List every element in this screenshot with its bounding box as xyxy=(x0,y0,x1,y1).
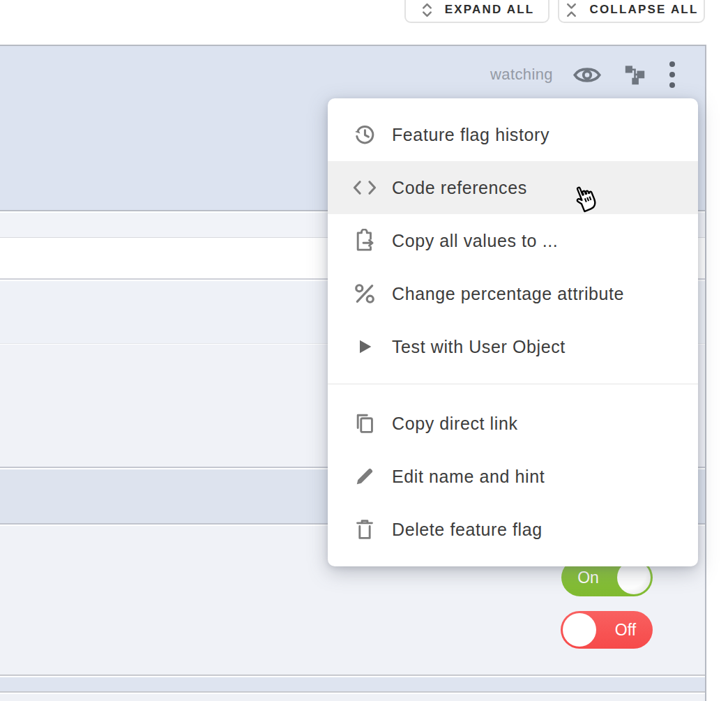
panel-footer-band xyxy=(0,677,705,693)
percent-icon xyxy=(351,282,378,305)
toggle-off-label: Off xyxy=(598,621,653,640)
menu-divider xyxy=(328,384,698,384)
code-icon xyxy=(351,177,378,198)
expand-all-button[interactable]: EXPAND ALL xyxy=(404,0,549,23)
menu-item-copy-all-values[interactable]: Copy all values to ... xyxy=(328,214,698,267)
eye-icon[interactable] xyxy=(573,64,601,86)
menu-item-label: Delete feature flag xyxy=(392,520,543,540)
menu-item-label: Feature flag history xyxy=(392,125,549,145)
unfold-less-icon xyxy=(564,2,579,17)
expand-all-label: EXPAND ALL xyxy=(445,3,535,17)
menu-item-delete-feature-flag[interactable]: Delete feature flag xyxy=(328,503,698,556)
collapse-all-label: COLLAPSE ALL xyxy=(589,3,698,17)
page: EXPAND ALL COLLAPSE ALL watching xyxy=(0,0,728,701)
clipboard-arrow-icon xyxy=(351,229,378,252)
flag-context-menu: Feature flag history Code references Cop… xyxy=(328,98,698,566)
menu-item-test-with-user-object[interactable]: Test with User Object xyxy=(328,320,698,373)
menu-item-feature-flag-history[interactable]: Feature flag history xyxy=(328,108,698,161)
kebab-menu-icon[interactable] xyxy=(669,60,676,89)
menu-item-label: Code references xyxy=(392,178,527,198)
toggle-on-label: On xyxy=(561,568,615,587)
history-icon xyxy=(351,123,378,146)
play-icon xyxy=(351,337,378,356)
copy-icon xyxy=(351,412,378,435)
menu-item-copy-direct-link[interactable]: Copy direct link xyxy=(328,397,698,450)
collapse-all-button[interactable]: COLLAPSE ALL xyxy=(558,0,705,23)
menu-item-label: Copy direct link xyxy=(392,414,518,434)
menu-item-change-percentage-attribute[interactable]: Change percentage attribute xyxy=(328,267,698,320)
hierarchy-icon[interactable] xyxy=(624,64,646,86)
pencil-icon xyxy=(351,466,378,487)
next-flag-band xyxy=(0,694,705,701)
trash-icon xyxy=(351,518,378,541)
toggle-off-knob[interactable] xyxy=(563,613,596,647)
panel-right-border xyxy=(705,45,706,701)
watching-status-label: watching xyxy=(490,66,553,84)
flag-header-row: watching xyxy=(0,59,705,91)
menu-item-label: Test with User Object xyxy=(392,337,566,357)
toggle-off[interactable]: Off xyxy=(561,611,653,649)
menu-item-label: Edit name and hint xyxy=(392,467,545,487)
menu-item-edit-name-and-hint[interactable]: Edit name and hint xyxy=(328,450,698,503)
menu-item-label: Copy all values to ... xyxy=(392,231,558,251)
menu-item-label: Change percentage attribute xyxy=(392,284,624,304)
unfold-more-icon xyxy=(420,2,434,17)
menu-item-code-references[interactable]: Code references xyxy=(328,161,698,214)
